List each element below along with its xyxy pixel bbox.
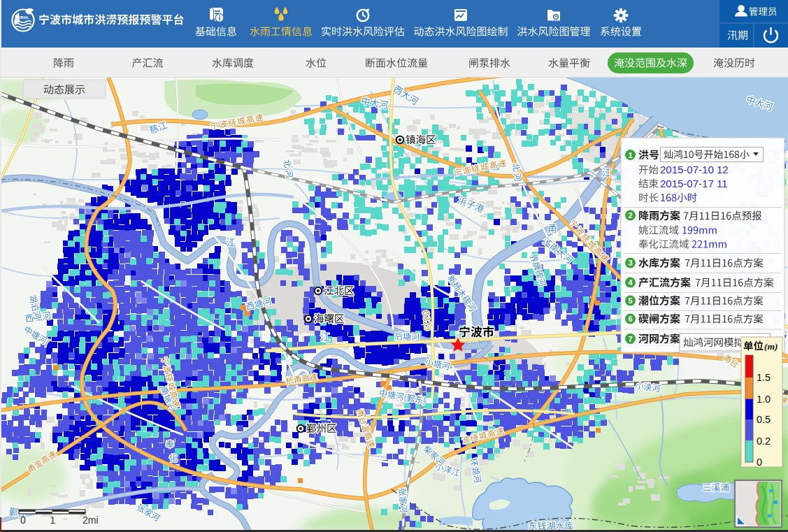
svg-text:6: 6 xyxy=(628,315,632,323)
svg-text:0: 0 xyxy=(757,456,762,468)
svg-text:1.5: 1.5 xyxy=(757,372,771,383)
svg-text:0.5: 0.5 xyxy=(757,414,771,425)
svg-text:(m): (m) xyxy=(764,341,778,352)
svg-text:2mi: 2mi xyxy=(83,515,99,526)
svg-text:2015-07-17 11: 2015-07-17 11 xyxy=(660,178,727,189)
svg-text:1.0: 1.0 xyxy=(757,394,771,405)
svg-text:7: 7 xyxy=(628,335,632,343)
svg-text:3: 3 xyxy=(628,259,632,267)
svg-text:NBSL: NBSL xyxy=(17,15,29,20)
svg-text:1: 1 xyxy=(50,515,56,526)
svg-text:4: 4 xyxy=(628,278,633,287)
svg-text:0: 0 xyxy=(20,515,26,526)
svg-text:5: 5 xyxy=(628,296,632,305)
svg-text:1: 1 xyxy=(628,151,632,159)
svg-text:0.2: 0.2 xyxy=(757,436,771,447)
svg-text:2: 2 xyxy=(628,211,632,220)
svg-text:2015-07-10 12: 2015-07-10 12 xyxy=(660,164,729,175)
